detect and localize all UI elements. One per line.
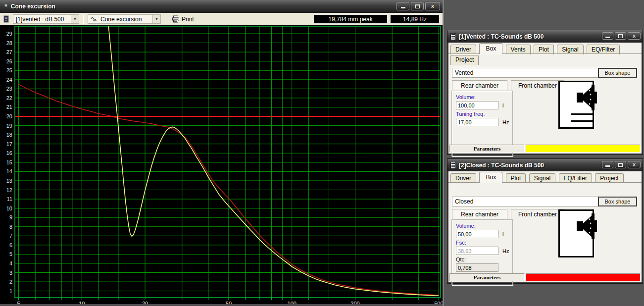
closed-window-title: [2]Closed : TC-Sounds dB 500 <box>459 162 544 169</box>
y-axis-tick-label: 18 <box>6 132 12 138</box>
maximize-icon <box>618 34 623 38</box>
project-window-icon <box>450 33 456 40</box>
parameters-status-label: Parameters <box>449 145 525 153</box>
y-axis-tick-label: 4 <box>9 260 12 266</box>
tab-box[interactable]: Box <box>479 172 502 183</box>
parameters-status-label: Parameters <box>449 273 525 281</box>
minimize-icon <box>605 37 610 38</box>
vented-window-body: Driver Box Vents Plot Signal EQ/Filter P… <box>448 43 642 153</box>
maximize-icon <box>415 4 420 8</box>
vented-status-bar: Parameters <box>449 145 641 153</box>
sine-wave-icon <box>91 16 99 22</box>
driver-select-arrow[interactable]: ▼ <box>71 14 79 24</box>
tab-signal[interactable]: Signal <box>529 173 555 183</box>
driver-icon <box>3 15 10 23</box>
minimize-button[interactable] <box>602 32 613 40</box>
closed-status-bar: Parameters <box>449 273 641 281</box>
toolbar-separator <box>83 15 84 24</box>
fsc-input <box>456 247 498 255</box>
vented-box-diagram <box>558 81 594 129</box>
speaker-driver-icon <box>575 84 597 111</box>
minimize-button[interactable] <box>396 2 409 10</box>
tab-plot[interactable]: Plot <box>506 173 526 183</box>
graph-type-arrow[interactable]: ▼ <box>153 14 161 24</box>
qtc-label: Qtc: <box>456 256 508 262</box>
y-axis-tick-label: 1 <box>9 288 12 294</box>
box-shape-button[interactable]: Box shape <box>598 68 637 78</box>
close-button[interactable]: X <box>628 32 641 40</box>
box-type-field[interactable]: Closed <box>452 197 601 206</box>
y-axis-tick-label: 16 <box>6 150 12 156</box>
parameters-progress-track <box>526 145 641 153</box>
y-axis-tick-label: 13 <box>6 178 12 184</box>
tab-plot[interactable]: Plot <box>534 45 554 54</box>
print-button[interactable]: Print <box>169 14 197 24</box>
vent-port-line <box>571 120 593 122</box>
tab-driver[interactable]: Driver <box>450 45 476 54</box>
parameters-progress-fill <box>526 145 640 152</box>
peak-frequency-readout: 14,89 Hz <box>390 14 440 24</box>
tab-vents[interactable]: Vents <box>506 45 531 54</box>
plot-border <box>15 26 441 298</box>
rear-chamber-tab[interactable]: Rear chamber <box>452 80 507 90</box>
tab-eq-filter[interactable]: EQ/Filter <box>559 173 592 183</box>
y-axis-tick-label: 24 <box>6 77 12 83</box>
rear-chamber-tab[interactable]: Rear chamber <box>452 209 507 219</box>
y-axis-tick-label: 26 <box>6 58 12 64</box>
box-shape-button[interactable]: Box shape <box>598 197 637 206</box>
front-chamber-tab[interactable]: Front chamber <box>511 80 564 90</box>
graph-type-value: Cone excursion <box>100 16 142 23</box>
close-button[interactable]: X <box>425 2 440 10</box>
y-axis-tick-label: 5 <box>9 251 12 257</box>
vented-driver-window: [1]Vented : TC-Sounds dB 500 X Driver Bo… <box>447 30 643 155</box>
driver-select-value[interactable]: [1]vented : dB 500 <box>13 14 71 24</box>
tab-project[interactable]: Project <box>450 55 479 65</box>
closed-window-body: Driver Box Plot Signal EQ/Filter Project… <box>448 171 642 282</box>
tab-project[interactable]: Project <box>595 173 623 183</box>
maximize-button[interactable] <box>411 2 424 10</box>
y-axis-tick-label: 10 <box>6 205 12 211</box>
y-axis-tick-label: 7 <box>9 233 12 239</box>
qtc-input <box>456 263 498 272</box>
main-window-title: Cone excursion <box>11 3 55 10</box>
tab-box[interactable]: Box <box>479 43 502 54</box>
tuning-freq-input[interactable] <box>456 118 498 126</box>
y-axis-tick-label: 28 <box>6 40 12 46</box>
cone-excursion-plot: 1234567891011121314151617181920212223242… <box>0 25 443 306</box>
tab-signal[interactable]: Signal <box>557 45 583 54</box>
closed-box-diagram <box>558 209 594 257</box>
y-axis-tick-label: 12 <box>6 187 12 193</box>
tab-driver[interactable]: Driver <box>450 173 476 183</box>
main-titlebar[interactable]: * Cone excursion X <box>0 0 443 13</box>
volume-input[interactable] <box>456 230 498 238</box>
graph-type-select[interactable]: Cone excursion ▼ <box>88 14 161 24</box>
box-type-field[interactable]: Vented <box>452 68 601 78</box>
y-axis-tick-label: 8 <box>9 224 12 230</box>
close-button[interactable]: X <box>628 161 641 168</box>
y-axis-tick-label: 21 <box>6 104 12 110</box>
graph-window-icon: * <box>4 3 7 10</box>
tuning-freq-unit: Hz <box>502 119 509 126</box>
maximize-button[interactable] <box>615 32 626 40</box>
plot-toolbar: [1]vented : dB 500 ▼ Cone excursion ▼ <box>0 13 443 25</box>
y-axis-tick-label: 2 <box>9 279 12 285</box>
minimize-button[interactable] <box>602 161 613 168</box>
peak-excursion-readout: 19,784 mm peak <box>313 14 388 24</box>
print-label: Print <box>182 16 194 23</box>
y-axis-tick-label: 3 <box>9 270 12 276</box>
driver-select[interactable]: [1]vented : dB 500 ▼ <box>13 14 79 24</box>
y-axis-tick-label: 27 <box>6 49 12 55</box>
y-axis-tick-label: 22 <box>6 95 12 101</box>
tab-eq-filter[interactable]: EQ/Filter <box>587 45 620 54</box>
project-window-icon <box>450 162 456 169</box>
front-chamber-tab[interactable]: Front chamber <box>511 209 564 219</box>
maximize-button[interactable] <box>615 161 626 168</box>
vented-window-titlebar[interactable]: [1]Vented : TC-Sounds dB 500 X <box>447 30 643 43</box>
tuning-freq-label: Tuning freq. <box>456 111 508 117</box>
closed-window-titlebar[interactable]: [2]Closed : TC-Sounds dB 500 X <box>447 159 643 171</box>
fsc-unit: Hz <box>502 248 509 255</box>
vented-window-title: [1]Vented : TC-Sounds dB 500 <box>459 33 544 40</box>
y-axis-tick-label: 20 <box>6 113 12 119</box>
volume-input[interactable] <box>456 101 498 109</box>
vented-tab-strip: Driver Box Vents Plot Signal EQ/Filter P… <box>448 43 642 54</box>
